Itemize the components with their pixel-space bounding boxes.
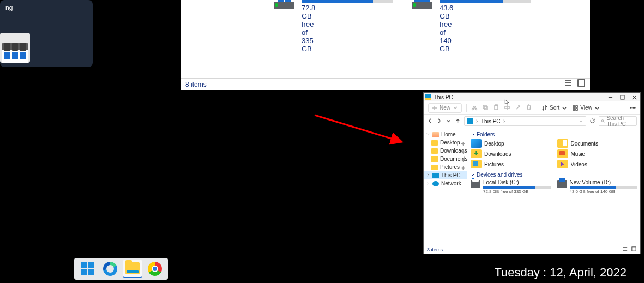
chevron-right-icon	[503, 119, 506, 123]
forward-button[interactable]	[436, 118, 442, 125]
view-label: View	[580, 105, 592, 111]
folder-label: Pictures	[484, 161, 504, 167]
toolbar: New Sort View •••	[424, 101, 640, 115]
folder-label: Videos	[571, 161, 587, 167]
content-pane[interactable]: Folders Desktop Documents Downloads Musi…	[467, 128, 640, 245]
preview-thumbnail[interactable]	[0, 33, 30, 63]
status-bar: 8 items	[424, 245, 640, 254]
breadcrumb[interactable]: This PC	[464, 116, 586, 126]
navigation-pane[interactable]: Home Desktop Downloads Documents Picture…	[424, 128, 467, 245]
svg-rect-6	[484, 106, 487, 110]
explorer-window[interactable]: This PC New Sort	[423, 92, 641, 254]
folder-label: Desktop	[484, 141, 504, 147]
nav-pictures[interactable]: Pictures	[424, 163, 467, 171]
app-icon	[425, 94, 431, 100]
svg-rect-5	[483, 105, 486, 109]
section-devices[interactable]: Devices and drives	[471, 172, 637, 178]
taskbar-chrome[interactable]	[146, 260, 164, 278]
nav-pictures-label: Pictures	[440, 164, 460, 170]
nav-desktop[interactable]: Desktop	[424, 139, 467, 147]
status-item-count: 8 items	[185, 81, 207, 88]
nav-home[interactable]: Home	[424, 130, 467, 139]
folder-pictures[interactable]: Pictures	[471, 160, 551, 168]
nav-documents[interactable]: Documents	[424, 155, 467, 163]
taskbar-preview-card[interactable]: ng	[0, 0, 93, 67]
delete-icon[interactable]	[526, 104, 532, 112]
close-button[interactable]	[629, 93, 639, 101]
details-view-icon[interactable]	[622, 246, 628, 253]
section-folders[interactable]: Folders	[471, 131, 637, 137]
folder-desktop[interactable]: Desktop	[471, 139, 551, 148]
title-bar[interactable]: This PC	[424, 93, 640, 101]
file-explorer-icon	[125, 262, 140, 274]
pictures-folder-icon	[471, 160, 482, 168]
nav-this-pc[interactable]: This PC	[424, 171, 467, 179]
nav-downloads[interactable]: Downloads	[424, 147, 467, 155]
taskbar[interactable]	[74, 258, 168, 280]
folder-label: Documents	[571, 141, 599, 147]
svg-line-1	[315, 115, 402, 142]
sort-label: Sort	[550, 105, 559, 111]
videos-folder-icon	[557, 160, 568, 168]
folder-icon	[431, 140, 438, 146]
copy-icon[interactable]	[482, 104, 489, 112]
taskbar-edge[interactable]	[101, 260, 119, 278]
chevron-right-icon	[426, 182, 430, 185]
background-explorer-window[interactable]: 72.8 GB free of 335 GB 43.6 GB free of 1…	[181, 0, 590, 90]
refresh-button[interactable]	[589, 118, 595, 125]
folder-label: Downloads	[484, 151, 511, 157]
details-view-icon[interactable]	[564, 79, 573, 89]
drive-icon-d	[412, 0, 432, 9]
search-icon	[601, 118, 605, 124]
more-icon[interactable]: •••	[630, 105, 636, 111]
folder-videos[interactable]: Videos	[557, 160, 637, 168]
start-button[interactable]	[79, 260, 97, 278]
status-item-count: 8 items	[427, 247, 443, 252]
drive-c-icon	[471, 180, 480, 188]
back-button[interactable]	[427, 118, 433, 125]
cut-icon[interactable]	[471, 104, 478, 112]
sort-button[interactable]: Sort	[541, 105, 568, 111]
status-bar: 8 items	[181, 78, 590, 90]
breadcrumb-segment[interactable]: This PC	[481, 118, 501, 124]
nav-network-label: Network	[441, 180, 461, 186]
drive-c[interactable]: Local Disk (C:) 72.8 GB free of 335 GB	[471, 179, 551, 194]
chevron-down-icon	[471, 173, 475, 177]
drive-d-capacity-bar	[440, 0, 531, 3]
drive-icon-c	[274, 0, 294, 9]
documents-folder-icon	[557, 139, 568, 148]
rename-icon[interactable]	[504, 104, 510, 112]
minimize-button[interactable]	[605, 93, 615, 101]
drive-c-bar	[483, 186, 551, 189]
plus-icon	[431, 105, 438, 111]
search-placeholder: Search This PC	[606, 115, 635, 127]
folder-music[interactable]: Music	[557, 149, 637, 158]
svg-rect-10	[573, 106, 575, 107]
folder-label: Music	[571, 151, 585, 157]
search-input[interactable]: Search This PC	[599, 116, 637, 126]
view-icon	[572, 105, 579, 111]
address-bar-row: This PC Search This PC	[424, 115, 640, 128]
chevron-down-icon[interactable]	[579, 119, 583, 124]
share-icon[interactable]	[515, 104, 521, 112]
up-button[interactable]	[455, 118, 461, 125]
recent-locations-button[interactable]	[446, 118, 452, 125]
nav-network[interactable]: Network	[424, 179, 467, 188]
view-button[interactable]: View	[572, 105, 600, 111]
chevron-right-icon	[476, 119, 479, 123]
pin-icon	[461, 165, 465, 169]
chevron-down-icon	[426, 133, 430, 136]
taskbar-file-explorer[interactable]	[123, 260, 142, 278]
maximize-button[interactable]	[617, 93, 627, 101]
edge-icon	[103, 262, 117, 276]
chrome-icon	[148, 262, 162, 276]
drive-d[interactable]: New Volume (D:) 43.6 GB free of 140 GB	[557, 179, 637, 194]
large-icons-view-icon[interactable]	[631, 246, 637, 253]
drive-d-capacity-text: 43.6 GB free of 140 GB	[440, 4, 453, 53]
folder-documents[interactable]: Documents	[557, 139, 637, 148]
drive-c-capacity-text: 72.8 GB free of 335 GB	[302, 4, 315, 53]
new-button[interactable]: New	[428, 103, 462, 113]
large-icons-view-icon[interactable]	[577, 79, 586, 89]
paste-icon[interactable]	[493, 104, 499, 112]
folder-downloads[interactable]: Downloads	[471, 149, 551, 158]
